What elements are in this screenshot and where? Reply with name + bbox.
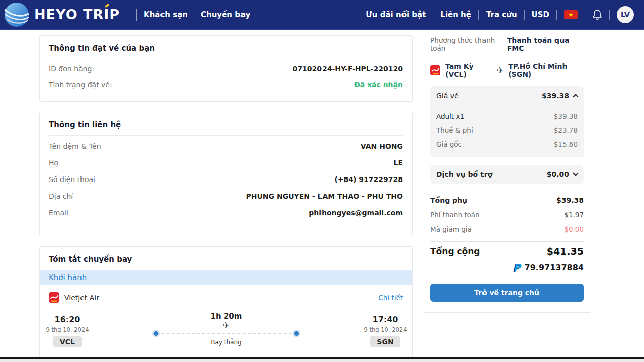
flight-timeline-row: 16:20 9 thg 10, 2024 VCL 1h 20m ✈ Bay th… — [40, 308, 412, 353]
subtotal-row: Tổng phụ $39.38 — [430, 193, 584, 207]
tax-value: $23.78 — [554, 126, 578, 134]
flight-timeline: 1h 20m ✈ Bay thẳng — [154, 312, 299, 346]
top-navbar: HEYO TRIP Khách sạn Chuyến bay Ưu đãi nổ… — [0, 0, 644, 30]
divider — [433, 10, 433, 20]
brand-text-prefix: HEYO TR — [34, 7, 104, 22]
divider — [478, 10, 479, 20]
arrival-info: 17:40 9 thg 10, 2024 SGN — [358, 315, 413, 347]
phone-label: Số điện thoại — [49, 175, 95, 184]
airplane-icon: ✈ — [497, 66, 504, 75]
booking-status-label: Tình trạng đặt vé: — [49, 81, 112, 89]
flight-duration: 1h 20m — [154, 312, 299, 321]
chevron-up-icon[interactable] — [573, 94, 578, 99]
fare-label: Giá vé — [436, 92, 459, 100]
fare-breakdown: Adult x1 $39.38 Thuế & phí $23.78 Giá gố… — [430, 105, 584, 157]
contact-info-title: Thông tin liên hệ — [40, 112, 412, 135]
price-summary-panel: Phương thức thanh toán Thanh toán qua FM… — [423, 30, 591, 313]
email-label: Email — [49, 209, 68, 217]
adult-value: $39.38 — [554, 112, 578, 120]
header-divider — [136, 9, 137, 21]
brand-globe-icon — [4, 2, 29, 27]
fare-panel-header[interactable]: Giá vé $39.38 — [430, 86, 584, 105]
contact-row: Số điện thoại (+84) 917229728 — [40, 171, 412, 188]
contact-row: Địa chỉ PHUNG NGUYEN - LAM THAO - PHU TH… — [40, 188, 412, 204]
divider — [430, 241, 584, 242]
chevron-down-icon[interactable] — [573, 170, 578, 176]
back-to-home-button[interactable]: Trở về trang chủ — [430, 284, 584, 302]
last-name-label: Họ — [49, 159, 58, 167]
brand-text-suffix: P — [109, 7, 120, 22]
order-id-label: ID đơn hàng: — [49, 65, 94, 73]
notifications-bell-icon[interactable] — [592, 9, 602, 20]
fare-total-value: $39.38 — [542, 92, 578, 100]
departure-segment-banner: Khởi hành — [40, 270, 412, 285]
paypal-icon: P — [514, 263, 521, 273]
base-fare-label: Giá gốc — [436, 140, 462, 148]
grand-total-value: $41.35 — [547, 246, 584, 257]
last-name-value: LE — [394, 159, 403, 167]
discount-row: Mã giảm giá $0.00 — [430, 222, 584, 236]
main-nav: Khách sạn Chuyến bay — [144, 10, 250, 19]
divider — [49, 59, 403, 59]
flight-details-link[interactable]: Chi tiết — [378, 294, 403, 302]
booking-status-value: Đã xác nhận — [354, 81, 403, 89]
booking-info-card: Thông tin đặt vé của bạn ID đơn hàng: 07… — [39, 35, 413, 102]
route-row: Tam Kỳ (VCL) ✈ TP.Hồ Chí Minh (SGN) — [430, 62, 584, 78]
middle-name-label: Tên đệm & Tên — [49, 142, 101, 150]
airline-name: Vietjet Air — [64, 294, 99, 302]
grand-total-label: Tổng cộng — [430, 246, 480, 256]
payment-method-label: Phương thức thanh toán — [430, 36, 507, 52]
bottom-gray-strip — [0, 359, 644, 362]
fare-row-base: Giá gốc $15.60 — [436, 137, 578, 151]
airline-row: Vietjet Air Chi tiết — [40, 285, 412, 308]
timeline-destination-dot — [294, 331, 299, 336]
totals-section: Tổng phụ $39.38 Phí thanh toán $1.97 Mã … — [430, 193, 584, 236]
nav-flights[interactable]: Chuyến bay — [201, 10, 250, 19]
nav-lookup[interactable]: Tra cứu — [486, 10, 517, 19]
order-id-value: 07102024-HY-F-HPL-220120 — [293, 65, 403, 73]
arrival-date: 9 thg 10, 2024 — [358, 326, 413, 333]
flight-summary-card: Tóm tắt chuyến bay Khởi hành Vietjet Air… — [39, 246, 413, 362]
brand-logo[interactable]: HEYO TRIP — [34, 7, 120, 22]
addons-panel: Dịch vụ bổ trợ $0.00 — [430, 165, 584, 184]
nav-hotels[interactable]: Khách sạn — [144, 10, 188, 19]
departure-airport-badge: VCL — [53, 336, 82, 347]
fare-row-adult: Adult x1 $39.38 — [436, 109, 578, 123]
booking-status-row: Tình trạng đặt vé: Đã xác nhận — [40, 78, 412, 92]
route-origin: Tam Kỳ (VCL) — [445, 62, 492, 78]
user-avatar[interactable]: LV — [617, 6, 634, 23]
flight-stops-label: Bay thẳng — [154, 339, 299, 346]
addons-panel-header[interactable]: Dịch vụ bổ trợ $0.00 — [430, 165, 584, 184]
grand-total-row: Tổng cộng $41.35 — [430, 246, 584, 257]
divider — [609, 10, 610, 20]
payment-fee-row: Phí thanh toán $1.97 — [430, 207, 584, 222]
subtotal-label: Tổng phụ — [430, 196, 467, 204]
fare-row-tax: Thuế & phí $23.78 — [436, 123, 578, 137]
address-label: Địa chỉ — [49, 192, 73, 200]
contact-info-card: Thông tin liên hệ Tên đệm & Tên VAN HONG… — [39, 112, 413, 236]
payment-fee-value: $1.97 — [564, 211, 584, 219]
email-value: phihongyes@gmail.com — [309, 209, 403, 217]
vietjet-logo-icon — [49, 292, 59, 303]
departure-info: 16:20 9 thg 10, 2024 VCL — [40, 315, 95, 347]
address-value: PHUNG NGUYEN - LAM THAO - PHU THO — [246, 192, 404, 200]
nav-promotions[interactable]: Ưu đãi nổi bật — [366, 10, 426, 19]
tax-label: Thuế & phí — [436, 126, 473, 134]
language-flag-vietnam[interactable]: ★ — [564, 10, 578, 19]
timeline-origin-dot — [154, 331, 158, 336]
crypto-amount-row: P 79.97137884 — [430, 263, 584, 273]
payment-method-value: Thanh toán qua FMC — [507, 36, 584, 52]
divider — [585, 10, 585, 20]
divider — [524, 10, 525, 20]
flight-summary-title: Tóm tắt chuyến bay — [40, 247, 412, 270]
nav-contact[interactable]: Liên hệ — [440, 10, 471, 19]
currency-selector[interactable]: USD — [532, 10, 549, 19]
utility-nav: Ưu đãi nổi bật Liên hệ Tra cứu USD ★ LV — [366, 6, 634, 23]
phone-value: (+84) 917229728 — [334, 175, 403, 184]
base-fare-value: $15.60 — [554, 140, 578, 148]
discount-label: Mã giảm giá — [430, 225, 472, 233]
contact-row: Tên đệm & Tên VAN HONG — [40, 138, 412, 154]
discount-value: $0.00 — [564, 225, 584, 233]
brand-text-i: I — [104, 7, 109, 22]
fare-panel: Giá vé $39.38 Adult x1 $39.38 Thuế & phí… — [430, 86, 584, 157]
